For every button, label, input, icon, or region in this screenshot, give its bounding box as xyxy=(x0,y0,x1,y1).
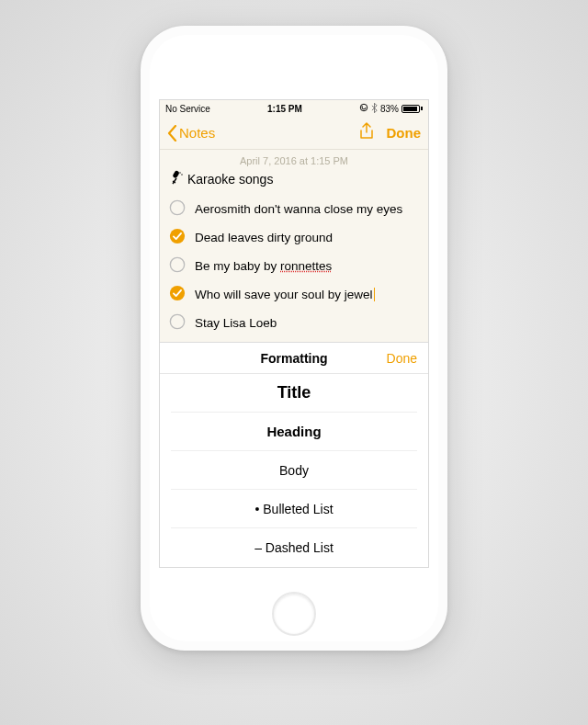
checklist-item-text: Be my baby by ronnettes xyxy=(195,259,332,273)
format-option-title[interactable]: Title xyxy=(171,374,417,413)
formatting-done-button[interactable]: Done xyxy=(387,351,417,366)
back-label: Notes xyxy=(179,125,215,141)
battery-icon xyxy=(401,105,423,113)
checkbox-checked-icon[interactable] xyxy=(169,285,186,304)
formatting-title: Formatting xyxy=(260,351,327,366)
checkbox-checked-icon[interactable] xyxy=(169,228,186,247)
svg-point-10 xyxy=(170,314,184,328)
format-option-bulleted[interactable]: • Bulleted List xyxy=(171,490,417,528)
carrier-label: No Service xyxy=(165,104,210,114)
battery-percent: 83% xyxy=(380,104,399,114)
note-title-text: Karaoke songs xyxy=(187,172,273,187)
svg-point-0 xyxy=(360,104,368,111)
checklist-item[interactable]: Who will save your soul by jewel xyxy=(169,280,419,309)
checklist-item[interactable]: Dead leaves dirty ground xyxy=(169,223,419,252)
svg-point-5 xyxy=(181,174,182,175)
formatting-header: Formatting Done xyxy=(160,343,428,374)
phone-frame: No Service 1:15 PM 83% xyxy=(141,26,447,651)
svg-rect-1 xyxy=(172,170,179,178)
share-icon xyxy=(359,122,374,141)
rotation-lock-icon xyxy=(359,103,368,114)
format-option-body[interactable]: Body xyxy=(171,451,417,490)
inner-bezel: No Service 1:15 PM 83% xyxy=(150,35,438,641)
svg-point-4 xyxy=(179,172,180,173)
screen: No Service 1:15 PM 83% xyxy=(159,99,429,568)
status-bar: No Service 1:15 PM 83% xyxy=(160,100,428,117)
checkbox-empty-icon[interactable] xyxy=(169,313,186,333)
microphone-icon xyxy=(169,170,184,187)
formatting-options: Title Heading Body • Bulleted List – Das… xyxy=(160,374,428,567)
svg-point-8 xyxy=(170,257,184,271)
back-button[interactable]: Notes xyxy=(167,125,215,142)
checklist-item[interactable]: Be my baby by ronnettes xyxy=(169,252,419,280)
svg-point-6 xyxy=(170,200,184,214)
checklist-item[interactable]: Stay Lisa Loeb xyxy=(169,309,419,337)
note-body[interactable]: April 7, 2016 at 1:15 PM Karaoke songs A… xyxy=(160,150,428,342)
formatting-panel: Formatting Done Title Heading Body • Bul… xyxy=(160,342,428,567)
svg-point-7 xyxy=(170,229,185,244)
checkbox-empty-icon[interactable] xyxy=(169,256,186,276)
share-button[interactable] xyxy=(359,122,374,144)
clock: 1:15 PM xyxy=(267,104,302,114)
format-option-dashed[interactable]: – Dashed List xyxy=(171,528,417,567)
note-title-row: Karaoke songs xyxy=(160,170,428,195)
svg-point-9 xyxy=(170,286,185,300)
checklist: Aerosmith don't wanna close my eyesDead … xyxy=(160,195,428,342)
checkbox-empty-icon[interactable] xyxy=(169,199,186,219)
text-cursor xyxy=(374,288,376,301)
checklist-item-text: Dead leaves dirty ground xyxy=(195,231,333,244)
home-button[interactable] xyxy=(272,592,316,636)
checklist-item[interactable]: Aerosmith don't wanna close my eyes xyxy=(169,195,419,223)
nav-done-button[interactable]: Done xyxy=(387,125,422,141)
chevron-left-icon xyxy=(167,125,177,142)
note-date: April 7, 2016 at 1:15 PM xyxy=(160,150,428,170)
checklist-item-text: Aerosmith don't wanna close my eyes xyxy=(195,202,402,216)
bluetooth-icon xyxy=(371,103,378,115)
checklist-item-text: Who will save your soul by jewel xyxy=(195,288,375,302)
nav-bar: Notes Done xyxy=(160,117,428,150)
checklist-item-text: Stay Lisa Loeb xyxy=(195,316,277,330)
format-option-heading[interactable]: Heading xyxy=(171,413,417,451)
